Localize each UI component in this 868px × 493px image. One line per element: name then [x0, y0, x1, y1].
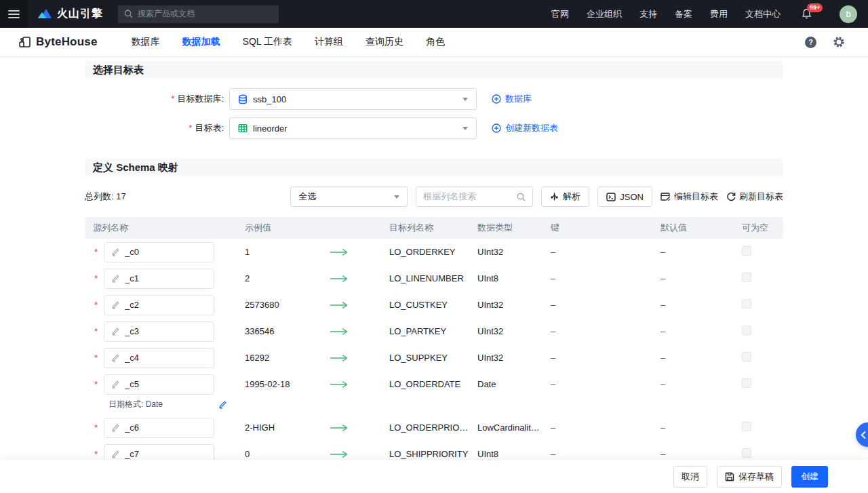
pencil-icon — [111, 248, 120, 256]
target-table-select[interactable]: lineorder — [229, 117, 477, 139]
top-bar: 火山引擎 搜索产品或文档 官网 企业组织 支持 备案 费用 文档中心 99+ b — [0, 0, 868, 28]
column-search-input[interactable]: 根据列名搜索 — [416, 186, 533, 207]
create-new-table-link[interactable]: 创建新数据表 — [492, 122, 558, 134]
nullable-checkbox[interactable] — [742, 299, 751, 309]
sample-value: 336546 — [237, 326, 318, 336]
mountain-logo-icon — [37, 8, 52, 20]
hamburger-menu-icon[interactable] — [0, 0, 28, 28]
volcengine-logo[interactable]: 火山引擎 — [37, 7, 103, 21]
target-column-name: LO_SUPPKEY — [381, 353, 469, 363]
data-type: Date — [469, 379, 542, 389]
sample-value: 2573680 — [237, 300, 318, 310]
bytehouse-logo[interactable]: ByteHouse — [18, 35, 98, 49]
mapping-arrow-icon — [318, 380, 381, 389]
nullable-checkbox[interactable] — [742, 273, 751, 282]
pencil-icon — [111, 380, 120, 389]
source-column-cell: * _c5 — [85, 374, 237, 395]
schema-mapping-table: 源列名称 示例值 目标列名称 数据类型 键 默认值 可为空 * _c0 1 LO… — [85, 217, 783, 467]
source-column-value: _c3 — [125, 326, 139, 336]
nav-item-databases[interactable]: 数据库 — [132, 36, 160, 48]
source-column-value: _c2 — [125, 300, 139, 310]
add-database-link[interactable]: 数据库 — [492, 93, 532, 105]
source-column-cell: * _c3 — [85, 321, 237, 342]
menu-item-doc-center[interactable]: 文档中心 — [745, 8, 781, 20]
nullable-cell — [734, 299, 783, 311]
source-column-value: _c1 — [125, 273, 139, 283]
save-draft-button[interactable]: 保存草稿 — [717, 466, 782, 488]
pencil-icon — [111, 300, 120, 309]
key-value: – — [542, 247, 652, 257]
source-column-input[interactable]: _c0 — [104, 242, 214, 262]
cancel-button[interactable]: 取消 — [673, 466, 707, 488]
nav-item-roles[interactable]: 角色 — [426, 36, 445, 48]
nav-item-compute-groups[interactable]: 计算组 — [315, 36, 343, 48]
nullable-checkbox[interactable] — [742, 448, 751, 458]
menu-item-support[interactable]: 支持 — [639, 8, 657, 20]
notification-bell-icon[interactable]: 99+ — [801, 8, 812, 20]
nullable-cell — [734, 422, 783, 433]
nullable-checkbox[interactable] — [742, 326, 751, 335]
product-search-input[interactable]: 搜索产品或文档 — [118, 5, 279, 23]
source-column-cell: * _c0 — [85, 242, 237, 262]
bytehouse-nav-items: 数据库 数据加载 SQL 工作表 计算组 查询历史 角色 — [132, 36, 445, 48]
settings-gear-icon[interactable] — [833, 36, 845, 48]
refresh-icon — [726, 192, 736, 201]
user-avatar[interactable]: b — [840, 5, 857, 23]
select-all-dropdown[interactable]: 全选 — [290, 186, 408, 207]
default-value: – — [652, 247, 734, 257]
target-column-name: LO_ORDERKEY — [381, 247, 469, 257]
menu-item-billing[interactable]: 费用 — [710, 8, 728, 20]
key-value: – — [542, 379, 652, 389]
section-select-target-table: 选择目标表 — [85, 61, 783, 79]
required-asterisk: * — [94, 247, 98, 257]
source-column-value: _c6 — [125, 422, 139, 433]
source-column-input[interactable]: _c1 — [104, 269, 214, 289]
target-database-select[interactable]: ssb_100 — [229, 88, 477, 110]
nav-item-sql-worksheet[interactable]: SQL 工作表 — [243, 36, 292, 48]
data-type: UInt8 — [469, 449, 542, 459]
create-button[interactable]: 创建 — [791, 466, 828, 488]
sample-value: 2 — [237, 273, 318, 283]
refresh-target-table-link[interactable]: 刷新目标表 — [726, 191, 783, 203]
table-icon — [238, 123, 248, 133]
source-column-input[interactable]: _c5 — [104, 374, 214, 395]
col-header-sample-value: 示例值 — [237, 222, 318, 234]
source-column-input[interactable]: _c2 — [104, 295, 214, 315]
menu-item-enterprise-org[interactable]: 企业组织 — [587, 8, 622, 20]
nav-right-icons: ? — [805, 36, 868, 48]
required-asterisk: * — [94, 379, 98, 389]
nav-item-data-loading[interactable]: 数据加载 — [182, 36, 220, 48]
nullable-checkbox[interactable] — [742, 378, 751, 388]
json-button[interactable]: JSON — [597, 186, 652, 207]
plus-circle-icon — [492, 123, 501, 133]
pencil-icon — [111, 353, 120, 362]
top-menu: 官网 企业组织 支持 备案 费用 文档中心 99+ b — [551, 5, 868, 23]
menu-item-official-site[interactable]: 官网 — [551, 8, 569, 20]
default-value: – — [652, 449, 734, 459]
source-column-input[interactable]: _c4 — [104, 348, 214, 368]
nullable-checkbox[interactable] — [742, 422, 751, 431]
edit-pencil-icon[interactable] — [218, 400, 227, 409]
mapping-arrow-icon — [318, 301, 381, 309]
section-title: 定义 Schema 映射 — [93, 161, 178, 174]
pencil-icon — [111, 423, 120, 432]
required-asterisk: * — [171, 94, 174, 104]
panel-toggle-button[interactable] — [856, 422, 868, 447]
help-icon[interactable]: ? — [805, 37, 816, 48]
menu-item-filing[interactable]: 备案 — [675, 8, 692, 20]
required-asterisk: * — [94, 326, 98, 336]
source-column-input[interactable]: _c6 — [104, 418, 214, 438]
source-column-input[interactable]: _c3 — [104, 321, 214, 342]
search-placeholder: 搜索产品或文档 — [138, 8, 195, 20]
nav-item-query-history[interactable]: 查询历史 — [366, 36, 403, 48]
required-asterisk: * — [94, 300, 98, 310]
parse-button[interactable]: 解析 — [541, 186, 589, 207]
required-asterisk: * — [94, 273, 98, 283]
column-search-placeholder: 根据列名搜索 — [423, 191, 513, 203]
edit-target-table-link[interactable]: 编辑目标表 — [660, 191, 718, 203]
nullable-checkbox[interactable] — [742, 246, 751, 256]
key-value: – — [542, 273, 652, 283]
table-row: * _c4 16292 LO_SUPPKEY UInt32 – – — [85, 344, 783, 371]
nullable-checkbox[interactable] — [742, 352, 751, 361]
target-table-value: lineorder — [253, 123, 457, 134]
